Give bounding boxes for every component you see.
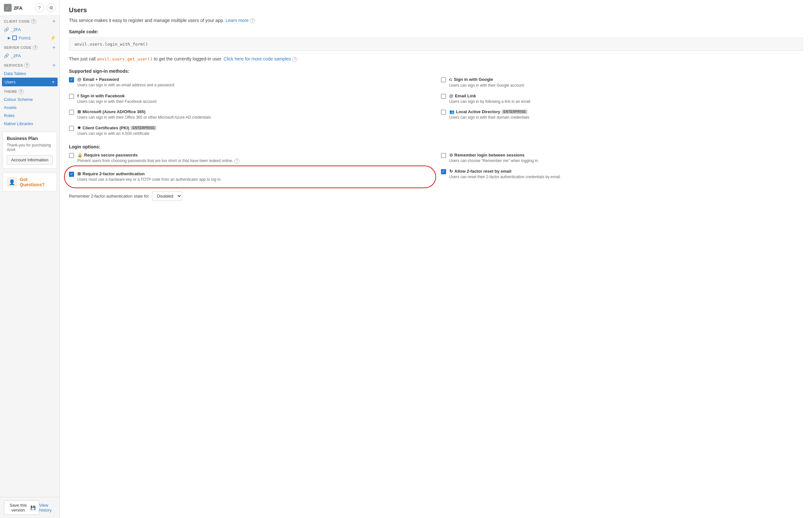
email-link-checkbox[interactable] (441, 94, 446, 99)
client-code-help-icon[interactable]: ? (31, 19, 36, 24)
sign-in-option-facebook: f Sign in with Facebook Users can sign i… (69, 93, 431, 104)
login-option-secure-passwords: 🔒 Require secure passwords Prevent users… (69, 153, 431, 163)
require-2fa-desc: Users must use a hardware key or a TOTP … (77, 177, 222, 182)
login-option-allow-2fa-reset: ✓ ↻ Allow 2-factor reset by email Users … (441, 169, 803, 185)
view-history-link[interactable]: View history (39, 503, 56, 513)
sidebar-item-colour-scheme[interactable]: Colour Scheme (0, 95, 60, 103)
microsoft-label: ⊞ Microsoft (Azure AD/Office 365) (77, 109, 211, 114)
sidebar-item-2fa-server[interactable]: 🔗 _2FA (0, 52, 60, 60)
sample-code-label: Sample code: (69, 29, 803, 34)
allow-2fa-reset-label: ↻ Allow 2-factor reset by email (450, 169, 561, 174)
theme-section-header: THEME ? (0, 86, 60, 95)
login-options-grid: 🔒 Require secure passwords Prevent users… (69, 153, 803, 185)
expand-arrow-icon: ▶ (8, 36, 10, 40)
remember-2fa-row: Remember 2-factor authentication state f… (69, 191, 803, 201)
server-code-help-icon[interactable]: ? (33, 45, 38, 50)
intro-text: This service makes it easy to register a… (69, 17, 803, 24)
remember-login-desc: Users can choose "Remember me" when logg… (450, 158, 539, 163)
email-link-desc: Users can sign in by following a link in… (450, 99, 530, 104)
services-add-btn[interactable]: + (52, 62, 56, 68)
email-password-checkbox[interactable]: ✓ (69, 77, 74, 83)
remember-2fa-label: Remember 2-factor authentication state f… (69, 194, 149, 199)
sign-in-methods-section: Supported sign-in methods: ✓ @ Email + P… (69, 68, 803, 136)
save-version-button[interactable]: Save this version 💾 (4, 500, 39, 515)
app-icon: 🔗 (4, 4, 12, 12)
pki-desc: Users can sign in with an X.509 certific… (77, 131, 156, 136)
microsoft-desc: Users can sign in with their Office 365 … (77, 115, 211, 120)
pki-label: ✸ Client Certificates (PKI) ENTERPRISE (77, 125, 156, 130)
lightning-icon: ⚡ (50, 35, 56, 40)
client-code-label: CLIENT CODE ? (4, 19, 36, 24)
code-samples-help-icon[interactable]: ? (292, 57, 297, 62)
business-plan-box: Business Plan Thank-you for purchasing A… (3, 131, 57, 169)
header-icons: ? ⚙ (35, 3, 56, 12)
help-icon-btn[interactable]: ? (35, 3, 44, 12)
services-label: SERVICES ? (4, 63, 29, 68)
pki-checkbox[interactable] (69, 126, 74, 131)
microsoft-checkbox[interactable] (69, 110, 74, 115)
sidebar-item-roles[interactable]: Roles (0, 112, 60, 120)
sidebar-item-form1[interactable]: ▶ Form1 ⚡ (0, 34, 60, 42)
users-chevron-icon: ▼ (52, 80, 55, 84)
sign-in-option-google: G Sign in with Google Users can sign in … (441, 77, 803, 88)
email-password-label: @ Email + Password (77, 77, 174, 82)
server-code-add-btn[interactable]: + (52, 44, 56, 51)
sidebar-footer: Save this version 💾 View history (0, 497, 60, 518)
sidebar: 🔗 2FA ? ⚙ CLIENT CODE ? + 🔗 _2FA ▶ Form1… (0, 0, 60, 518)
server-code-label: SERVER CODE ? (4, 45, 38, 50)
google-desc: Users can sign in with their Google acco… (450, 83, 524, 88)
got-questions-text: Got Questions? (20, 177, 53, 187)
sidebar-item-assets[interactable]: Assets (0, 103, 60, 112)
sample-code-block: anvil.users.login_with_form() (69, 37, 803, 51)
sidebar-item-2fa-client[interactable]: 🔗 _2FA (0, 26, 60, 34)
got-questions-icon: 👤 (7, 177, 17, 187)
facebook-checkbox[interactable] (69, 94, 74, 99)
login-options-section: Login options: 🔒 Require secure password… (69, 144, 803, 185)
sidebar-item-users[interactable]: Users ▼ (2, 78, 58, 86)
server-code-section-header: SERVER CODE ? + (0, 42, 60, 52)
require-2fa-checkbox[interactable]: ✓ (69, 172, 74, 177)
client-code-add-btn[interactable]: + (52, 19, 56, 24)
get-user-code: anvil.users.get_user() (97, 57, 152, 61)
sign-in-options-grid: ✓ @ Email + Password Users can sign in w… (69, 77, 803, 136)
theme-help-icon[interactable]: ? (19, 89, 24, 94)
theme-label: THEME ? (4, 89, 24, 94)
sign-in-option-microsoft: ⊞ Microsoft (Azure AD/Office 365) Users … (69, 109, 431, 120)
settings-icon-btn[interactable]: ⚙ (47, 3, 56, 12)
form-icon (12, 36, 17, 40)
sign-in-option-pki: ✸ Client Certificates (PKI) ENTERPRISE U… (69, 125, 431, 136)
learn-more-link[interactable]: Learn more (226, 18, 249, 23)
page-title: Users (69, 6, 803, 14)
local-ad-desc: Users can sign in with their domain cred… (450, 115, 529, 120)
business-plan-text: Thank-you for purchasing Anvil. (7, 143, 53, 152)
save-icon: 💾 (30, 506, 36, 510)
client-code-section-header: CLIENT CODE ? + (0, 16, 60, 26)
google-checkbox[interactable] (441, 77, 446, 83)
local-ad-enterprise-badge: ENTERPRISE (502, 110, 527, 114)
login-option-require-2fa: ✓ ⊞ Require 2-factor authentication User… (69, 169, 431, 185)
sidebar-item-native-libraries[interactable]: Native Libraries (0, 120, 60, 128)
facebook-desc: Users can sign in with their Facebook ac… (77, 99, 156, 104)
get-user-text: Then just call anvil.users.get_user() to… (69, 55, 803, 63)
sidebar-item-data-tables[interactable]: Data Tables (0, 69, 60, 78)
sign-in-option-local-ad: 👥 Local Active Directory ENTERPRISE User… (441, 109, 803, 120)
require-2fa-label: ⊞ Require 2-factor authentication (77, 171, 222, 176)
remember-2fa-select[interactable]: Disabled 1 hour 8 hours 24 hours 1 week (152, 191, 182, 201)
sign-in-option-email-link: @ Email Link Users can sign in by follow… (441, 93, 803, 104)
got-questions-box: 👤 Got Questions? (3, 173, 57, 191)
pki-enterprise-badge: ENTERPRISE (131, 126, 156, 130)
secure-passwords-help-icon[interactable]: ? (234, 158, 239, 163)
account-info-button[interactable]: Account Information (7, 155, 53, 164)
allow-2fa-reset-desc: Users can reset their 2-factor authentic… (450, 174, 561, 180)
allow-2fa-reset-checkbox[interactable]: ✓ (441, 169, 446, 174)
app-title-text: 2FA (13, 5, 23, 11)
intro-help-icon[interactable]: ? (250, 18, 255, 23)
services-help-icon[interactable]: ? (24, 63, 29, 68)
remember-login-checkbox[interactable] (441, 153, 446, 158)
app-title: 🔗 2FA (4, 4, 23, 12)
secure-passwords-label: 🔒 Require secure passwords (77, 153, 239, 157)
facebook-label: f Sign in with Facebook (77, 93, 156, 98)
code-samples-link[interactable]: Click here for more code samples (224, 56, 291, 61)
local-ad-checkbox[interactable] (441, 110, 446, 115)
secure-passwords-checkbox[interactable] (69, 153, 74, 158)
